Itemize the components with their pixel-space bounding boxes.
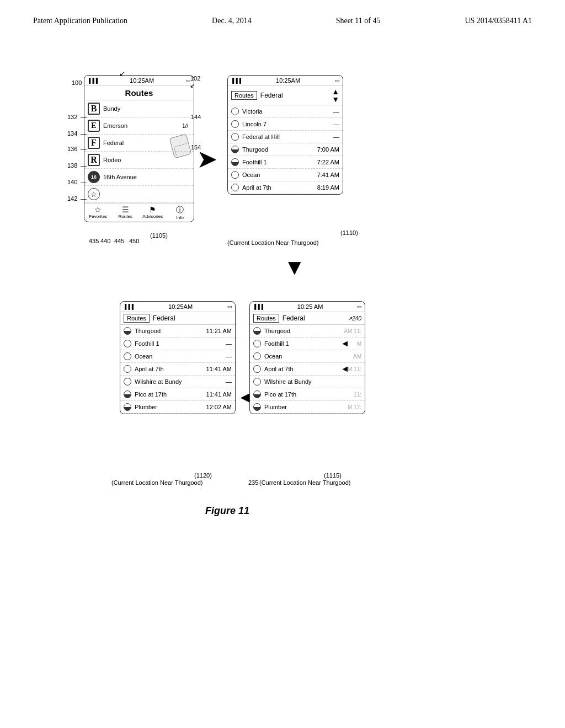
ref-136: 136: [67, 146, 77, 152]
stop-icon: [253, 365, 261, 373]
ref-100: 100: [72, 79, 82, 86]
route-time: 12:02 AM: [206, 404, 232, 410]
time-tr: 10:25AM: [241, 77, 335, 84]
list-item: E Emerson 1//: [84, 117, 194, 135]
route-name: April at 7th: [135, 366, 204, 372]
header-sheet: Sheet 11 of 45: [336, 17, 381, 25]
nav-arrows-tr: ▲ ▼: [332, 88, 339, 103]
tab-bar: ☆ Favorites ☰ Routes ⚑ Advisories ⓘ Info: [84, 203, 194, 222]
route-name: April at 7th: [242, 184, 315, 191]
ref-num-240: ↗240: [348, 315, 361, 322]
list-item: Foothill 1 7:22 AM: [228, 156, 343, 169]
arrow-100: ↙: [119, 69, 125, 78]
tab-advisories[interactable]: ⚑ Advisories: [139, 205, 167, 220]
route-time: 11:41 AM: [206, 391, 232, 398]
route-time: —: [333, 108, 339, 115]
list-icon: ☰: [122, 205, 129, 214]
route-time: —: [333, 121, 339, 127]
route-time: —: [333, 133, 339, 140]
list-item: B Bundy: [84, 100, 194, 117]
route-name: Pico at 17th: [264, 391, 351, 398]
phone-title-tl: Routes: [84, 86, 194, 100]
route-time: 7:00 AM: [317, 146, 339, 153]
arrow-132: —: [81, 114, 87, 120]
ref-1105: (1105): [150, 232, 168, 239]
route-name: Ocean: [135, 353, 223, 360]
stop-icon: [124, 365, 131, 373]
stop-icon-half: [124, 390, 131, 398]
signal-icon-br: ▐▐▐: [253, 304, 263, 309]
route-time: AM: [353, 354, 361, 360]
arrow-134: —: [81, 130, 87, 137]
list-item: April at 7th ◄ AM 11:: [250, 363, 365, 376]
route-time: 7:22 AM: [317, 159, 339, 165]
stop-icon: [124, 340, 131, 347]
routes-button-br[interactable]: Routes: [253, 314, 279, 323]
route-name: Ocean: [242, 172, 315, 178]
arrow-foothill: ◄: [340, 339, 349, 349]
route-time: 11:21 AM: [206, 328, 232, 334]
header-center: Dec. 4, 2014: [212, 17, 252, 25]
route-time: —: [226, 340, 232, 347]
list-item: Wilshire at Bundy: [250, 376, 365, 388]
phone-top-right: ▐▐▐ 10:25AM ▭ Routes Federal ▲ ▼ Victori…: [227, 75, 343, 195]
figure-label: Figure 11: [172, 505, 282, 517]
tab-label: Favorites: [89, 214, 107, 219]
routes-button-bl[interactable]: Routes: [124, 314, 150, 323]
list-item: Pico at 17th 11:41 AM: [120, 388, 235, 401]
phone-title-bl: Federal: [153, 314, 175, 322]
routes-button-tr[interactable]: Routes: [231, 91, 257, 100]
route-icon-star: ☆: [88, 188, 100, 200]
route-icon-b: B: [88, 103, 100, 115]
tab-routes[interactable]: ☰ Routes: [112, 205, 140, 220]
phone-header-br: Routes Federal ↗240: [250, 312, 365, 325]
phone-bottom-right: ▐▐▐ 10:25 AM ▭ Routes Federal ↗240 Thurg…: [249, 301, 365, 414]
caption-tr: (Current Location Near Thurgood): [227, 239, 319, 246]
route-name: Lincoln 7: [242, 121, 331, 127]
stop-icon-half: [253, 327, 261, 335]
stop-icon-half: [253, 403, 261, 411]
route-icon-e: E: [88, 120, 100, 132]
list-item: Thurgood AM 11:: [250, 325, 365, 338]
arrow-140: —: [81, 179, 87, 185]
route-name: Victoria: [242, 108, 331, 115]
stop-icon: [231, 133, 239, 141]
route-time: —: [226, 353, 232, 360]
route-name: Wilshire at Bundy: [135, 378, 223, 385]
list-item: April at 7th 11:41 AM: [120, 363, 235, 376]
status-bar-br: ▐▐▐ 10:25 AM ▭: [250, 302, 365, 312]
route-time: AM 11:: [344, 328, 361, 334]
route-name: Emerson: [103, 122, 190, 129]
route-name: Federal at Hill: [242, 133, 331, 140]
signal-icon-tr: ▐▐▐: [231, 78, 241, 83]
battery-icon-br: ▭: [357, 304, 362, 309]
tab-label: Advisories: [142, 214, 163, 219]
ref-144: 144: [191, 114, 201, 120]
route-icon-r: R: [88, 154, 100, 166]
tab-favorites[interactable]: ☆ Favorites: [84, 205, 112, 220]
ref-450: 450: [129, 238, 139, 244]
list-item: Ocean AM: [250, 350, 365, 363]
list-item: Victoria —: [228, 105, 343, 118]
route-name: Plumber: [135, 404, 204, 410]
ref-140: 140: [67, 179, 77, 185]
route-time: 11:: [354, 392, 361, 398]
main-content: ▐▐▐ 10:25AM ▭ Routes B Bundy E Emerson 1…: [0, 31, 565, 660]
arrow-down-right: ▼: [284, 254, 306, 280]
list-item: Foothill 1 —: [120, 338, 235, 350]
route-name: 16th Avenue: [103, 174, 190, 180]
ref-1110: (1110): [340, 229, 358, 236]
header-patent: US 2014/0358411 A1: [465, 17, 532, 25]
phone-header-tr: Routes Federal ▲ ▼: [228, 86, 343, 105]
battery-icon-bl: ▭: [227, 304, 232, 309]
route-icon-16: 16: [88, 171, 100, 183]
route-name: Thurgood: [242, 146, 315, 153]
route-time: M 12:: [348, 404, 361, 410]
list-item: Ocean 7:41 AM: [228, 169, 343, 181]
list-item: 16 16th Avenue: [84, 169, 194, 186]
tab-info[interactable]: ⓘ Info: [167, 205, 194, 220]
ref-435: 435: [89, 238, 99, 244]
ref-445: 445: [114, 238, 124, 244]
battery-icon-tr: ▭: [335, 78, 340, 83]
route-name: Ocean: [264, 353, 351, 360]
